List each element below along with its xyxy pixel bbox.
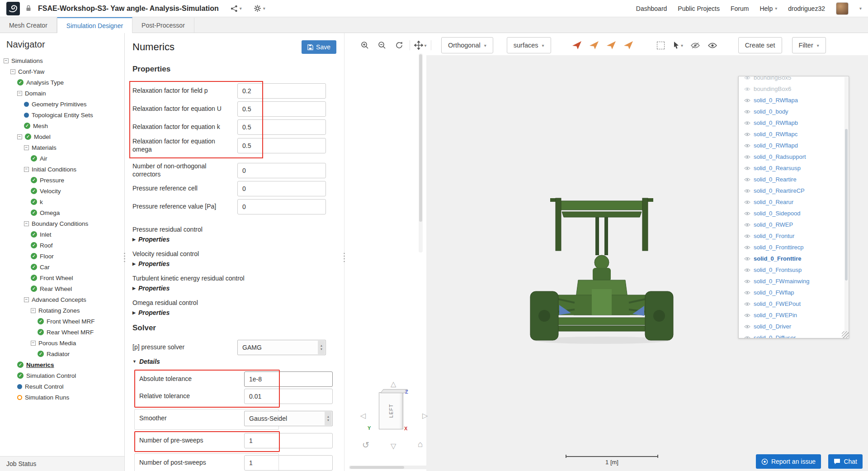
marquee-select-icon[interactable] — [654, 38, 668, 52]
solid-item-solid-0-fwepin[interactable]: solid_0_FWEPin — [739, 309, 849, 321]
tree-item-front-wheel[interactable]: ✓Front Wheel — [0, 272, 124, 283]
job-status-button[interactable]: Job Status — [0, 456, 124, 471]
solid-item-boundingbox5[interactable]: boundingBox5 — [739, 76, 849, 83]
input-number-of-post-sweeps[interactable] — [244, 455, 333, 471]
collapse-expander-icon[interactable]: − — [4, 58, 9, 63]
car-model[interactable] — [529, 196, 674, 346]
nav-link-dashboard[interactable]: Dashboard — [636, 5, 667, 12]
zoom-out-icon[interactable] — [375, 38, 389, 52]
visibility-eye-icon[interactable] — [744, 143, 750, 148]
visibility-eye-icon[interactable] — [744, 336, 750, 339]
tree-item-pressure[interactable]: ✓Pressure — [0, 175, 124, 186]
solid-item-solid-0-fwepout[interactable]: solid_0_FWEPout — [739, 298, 849, 309]
solid-item-solid-0-rwep[interactable]: solid_0_RWEP — [739, 219, 849, 230]
tree-item-advanced-concepts[interactable]: −Advanced Concepts — [0, 294, 124, 305]
roll-view-icon[interactable]: ↺ — [362, 440, 369, 450]
tree-item-topological-entity-sets[interactable]: Topological Entity Sets — [0, 109, 124, 120]
view-cube[interactable]: LEFT — [379, 392, 403, 429]
collapse-expander-icon[interactable]: − — [17, 134, 22, 139]
visibility-eye-icon[interactable] — [744, 109, 750, 114]
tree-item-omega[interactable]: ✓Omega — [0, 207, 124, 218]
save-button[interactable]: Save — [302, 40, 336, 54]
tree-item-numerics[interactable]: ✓Numerics — [0, 359, 124, 370]
nav-link-help[interactable]: Help▾ — [760, 5, 777, 12]
toggle-properties-turbulent-kinetic-energy-residual-control[interactable]: ▶Properties — [132, 285, 336, 292]
cursor-icon[interactable]: ▾ — [671, 38, 685, 52]
tree-item-velocity[interactable]: ✓Velocity — [0, 186, 124, 196]
solid-item-solid-0-body[interactable]: solid_0_body — [739, 106, 849, 117]
select-smoother[interactable]: Gauss-Seidel▲▼ — [244, 411, 333, 426]
view-plane-orange-1-icon[interactable] — [587, 38, 601, 52]
avatar[interactable] — [836, 2, 849, 15]
tree-item-mesh[interactable]: ✓Mesh — [0, 120, 124, 131]
rotate-right-arrow-icon[interactable]: ▷ — [422, 411, 428, 420]
reset-view-icon[interactable] — [392, 38, 406, 52]
toggle-properties-omega-residual-control[interactable]: ▶Properties — [132, 309, 336, 316]
tree-item-result-control[interactable]: Result Control — [0, 381, 124, 392]
tree-item-porous-media[interactable]: −Porous Media — [0, 338, 124, 348]
input-relaxation-factor-for-equation-omega[interactable] — [237, 138, 326, 153]
solid-item-solid-0-frontsusp[interactable]: solid_0_Frontsusp — [739, 264, 849, 276]
solid-item-solid-0-fronttire[interactable]: solid_0_Fronttire — [739, 253, 849, 264]
surfaces-dropdown[interactable]: surfaces▾ — [507, 37, 551, 53]
visibility-eye-icon[interactable] — [744, 245, 750, 250]
collapse-expander-icon[interactable]: − — [24, 145, 29, 150]
input-relaxation-factor-for-equation-k[interactable] — [237, 119, 326, 135]
rotate-left-arrow-icon[interactable]: ◁ — [360, 411, 366, 420]
tab-post-processor[interactable]: Post-Processor — [132, 17, 194, 33]
solid-item-solid-0-rwflapa[interactable]: solid_0_RWflapa — [739, 95, 849, 106]
input-number-of-non-orthogonal-correctors[interactable] — [237, 163, 326, 178]
visibility-eye-icon[interactable] — [744, 324, 750, 329]
collapse-expander-icon[interactable]: − — [24, 167, 29, 172]
panel-hscrollbar[interactable] — [349, 466, 439, 469]
panel-hscrollbar-thumb[interactable] — [350, 466, 404, 469]
tree-item-boundary-conditions[interactable]: −Boundary Conditions — [0, 218, 124, 229]
visibility-eye-icon[interactable] — [744, 121, 750, 125]
select-p-pressure-solver[interactable]: GAMG▲▼ — [237, 340, 326, 355]
collapse-expander-icon[interactable]: − — [24, 297, 29, 302]
tree-item-model[interactable]: −✓Model — [0, 131, 124, 142]
tree-item-rear-wheel-mrf[interactable]: ✓Rear Wheel MRF — [0, 327, 124, 338]
rotate-down-arrow-icon[interactable]: ▽ — [391, 442, 396, 450]
settings-button[interactable]: ▾ — [254, 5, 265, 12]
input-relaxation-factor-for-equation-u[interactable] — [237, 101, 326, 117]
visibility-eye-icon[interactable] — [744, 166, 750, 171]
share-button[interactable]: ▾ — [231, 5, 242, 12]
filter-dropdown[interactable]: Filter▾ — [792, 37, 826, 53]
solid-item-solid-0-rwflapb[interactable]: solid_0_RWflapb — [739, 117, 849, 128]
solid-item-solid-0-reartirecp[interactable]: solid_0_ReartireCP — [739, 185, 849, 196]
tab-simulation-designer[interactable]: Simulation Designer — [57, 17, 132, 33]
tree-item-front-wheel-mrf[interactable]: ✓Front Wheel MRF — [0, 316, 124, 327]
tab-mesh-creator[interactable]: Mesh Creator — [0, 17, 57, 33]
home-view-icon[interactable]: ⌂ — [418, 439, 423, 449]
view-plane-orange-2-icon[interactable] — [604, 38, 618, 52]
canvas-3d[interactable]: boundingBox5boundingBox6solid_0_RWflapas… — [426, 55, 868, 471]
visibility-eye-icon[interactable] — [744, 87, 750, 91]
solid-item-solid-0-fwmainwing[interactable]: solid_0_FWmainwing — [739, 276, 849, 287]
tree-item-rotating-zones[interactable]: −Rotating Zones — [0, 305, 124, 316]
nav-link-forum[interactable]: Forum — [731, 5, 749, 12]
input-absolute-tolerance[interactable] — [244, 371, 333, 387]
input-relaxation-factor-for-field-p[interactable] — [237, 83, 326, 99]
collapse-expander-icon[interactable]: − — [31, 341, 36, 346]
solid-item-solid-0-driver[interactable]: solid_0_Driver — [739, 321, 849, 332]
input-relative-tolerance[interactable] — [244, 389, 333, 404]
visibility-eye-icon[interactable] — [744, 290, 750, 295]
create-set-button[interactable]: Create set — [738, 37, 782, 53]
tree-item-rear-wheel[interactable]: ✓Rear Wheel — [0, 283, 124, 294]
collapse-expander-icon[interactable]: − — [10, 69, 15, 74]
solid-item-solid-0-frontur[interactable]: solid_0_Frontur — [739, 230, 849, 242]
collapse-expander-icon[interactable]: − — [17, 91, 22, 96]
tree-item-radiator[interactable]: ✓Radiator — [0, 348, 124, 359]
report-issue-button[interactable]: Report an issue — [756, 454, 821, 469]
panel-scrollbar-thumb[interactable] — [419, 54, 422, 222]
visibility-eye-icon[interactable] — [744, 279, 750, 284]
rotate-up-arrow-icon[interactable]: △ — [391, 380, 396, 388]
solid-item-solid-0-diffuser[interactable]: solid_0_Diffuser — [739, 332, 849, 338]
input-number-of-pre-sweeps[interactable] — [244, 433, 333, 448]
tree-item-floor[interactable]: ✓Floor — [0, 251, 124, 262]
solid-item-solid-0-rearur[interactable]: solid_0_Rearur — [739, 196, 849, 208]
panel-splitter-handle[interactable] — [343, 252, 345, 264]
solids-scrollbar-thumb[interactable] — [845, 129, 848, 281]
navigator-splitter-handle[interactable] — [123, 252, 126, 264]
